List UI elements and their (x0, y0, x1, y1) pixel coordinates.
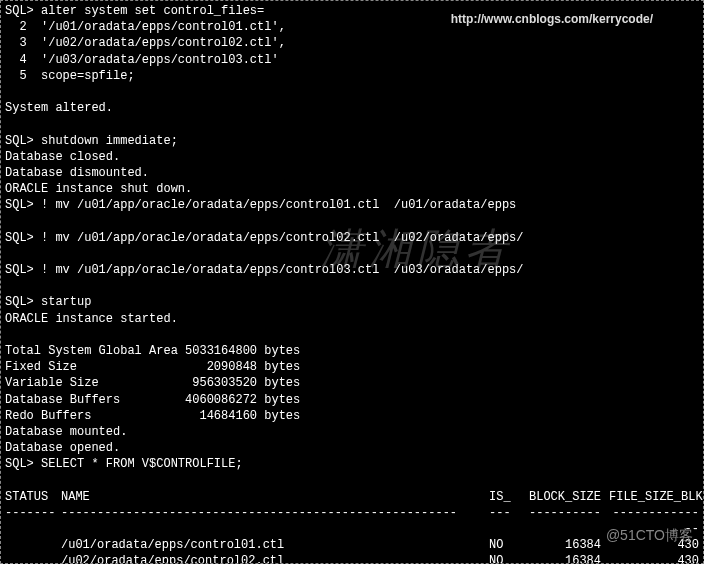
blank-line (5, 246, 699, 262)
dash: ------- (5, 505, 61, 537)
bottom-watermark: @51CTO博客 (606, 526, 693, 545)
sql-line: SQL> ! mv /u01/app/oracle/oradata/epps/c… (5, 197, 699, 213)
sql-line: SQL> shutdown immediate; (5, 133, 699, 149)
table-header: STATUS NAME IS_ BLOCK_SIZE FILE_SIZE_BLK… (5, 489, 699, 505)
cell-is: NO (489, 537, 529, 553)
sql-line: SQL> startup (5, 294, 699, 310)
output-line: Variable Size 956303520 bytes (5, 375, 699, 391)
output-line: Database dismounted. (5, 165, 699, 181)
sql-line: SQL> ! mv /u01/app/oracle/oradata/epps/c… (5, 262, 699, 278)
output-line: Database opened. (5, 440, 699, 456)
output-line: Total System Global Area 5033164800 byte… (5, 343, 699, 359)
table-row: /u02/oradata/epps/control02.ctl NO 16384… (5, 553, 699, 564)
source-url: http://www.cnblogs.com/kerrycode/ (451, 11, 653, 27)
col-is: IS_ (489, 489, 529, 505)
output-line: Database Buffers 4060086272 bytes (5, 392, 699, 408)
sql-line: 3 '/u02/oradata/epps/control02.ctl', (5, 35, 699, 51)
sql-line: SQL> SELECT * FROM V$CONTROLFILE; (5, 456, 699, 472)
col-file-size-blks: FILE_SIZE_BLKS (609, 489, 699, 505)
output-line: Redo Buffers 14684160 bytes (5, 408, 699, 424)
output-line: System altered. (5, 100, 699, 116)
col-name: NAME (61, 489, 489, 505)
cell-status (5, 537, 61, 553)
sql-line: 5 scope=spfile; (5, 68, 699, 84)
blank-line (5, 278, 699, 294)
cell-bs: 16384 (529, 553, 609, 564)
terminal-output[interactable]: SQL> alter system set control_files= 2 '… (5, 3, 699, 564)
blank-line (5, 116, 699, 132)
cell-name: /u01/oradata/epps/control01.ctl (61, 537, 489, 553)
cell-name: /u02/oradata/epps/control02.ctl (61, 553, 489, 564)
cell-bs: 16384 (529, 537, 609, 553)
table-row: /u01/oradata/epps/control01.ctl NO 16384… (5, 537, 699, 553)
dash: ----------------------------------------… (61, 505, 489, 537)
blank-line (5, 327, 699, 343)
col-status: STATUS (5, 489, 61, 505)
blank-line (5, 84, 699, 100)
output-line: Database mounted. (5, 424, 699, 440)
output-line: ORACLE instance started. (5, 311, 699, 327)
cell-is: NO (489, 553, 529, 564)
sql-line: SQL> ! mv /u01/app/oracle/oradata/epps/c… (5, 230, 699, 246)
dash: ---------- (529, 505, 609, 537)
col-block-size: BLOCK_SIZE (529, 489, 609, 505)
output-line: ORACLE instance shut down. (5, 181, 699, 197)
blank-line (5, 213, 699, 229)
output-line: Database closed. (5, 149, 699, 165)
cell-fs: 430 (609, 553, 699, 564)
output-line: Fixed Size 2090848 bytes (5, 359, 699, 375)
blank-line (5, 472, 699, 488)
table-divider: ------- --------------------------------… (5, 505, 699, 537)
sql-line: 4 '/u03/oradata/epps/control03.ctl' (5, 52, 699, 68)
cell-status (5, 553, 61, 564)
dash: --- (489, 505, 529, 537)
